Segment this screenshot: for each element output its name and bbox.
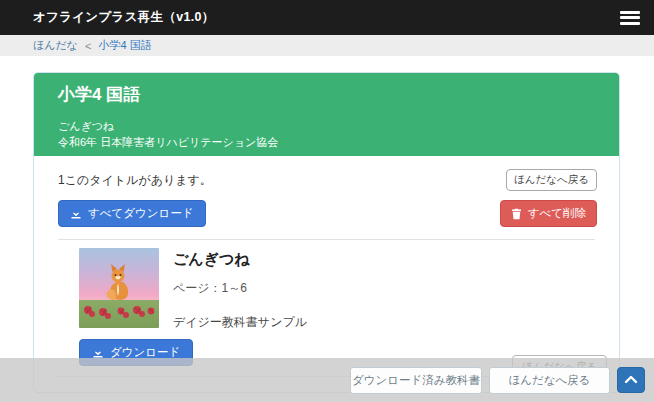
hamburger-menu-icon[interactable] xyxy=(620,11,640,25)
delete-all-button[interactable]: すべて削除 xyxy=(500,200,597,227)
downloaded-textbooks-button[interactable]: ダウンロード済み教科書 xyxy=(350,367,482,394)
breadcrumb: ほんだな < 小学4 国語 xyxy=(0,35,654,56)
book-title: ごんぎつね xyxy=(173,250,307,269)
back-to-bookshelf-button-bottom[interactable]: ほんだなへ戻る xyxy=(489,367,610,394)
book-thumbnail xyxy=(79,248,159,328)
title-count-text: 1このタイトルがあります。 xyxy=(58,172,212,189)
breadcrumb-current-page: 小学4 国語 xyxy=(98,38,151,53)
delete-all-label: すべて削除 xyxy=(528,206,586,221)
book-info: ごんぎつね ページ：1～6 デイジー教科書サンプル xyxy=(173,248,307,331)
panel-toolbar: 1このタイトルがあります。 ほんだなへ戻る すべてダウンロード すべて削除 xyxy=(34,156,619,227)
back-to-bookshelf-button-top[interactable]: ほんだなへ戻る xyxy=(506,169,597,191)
download-icon xyxy=(92,347,104,359)
scroll-to-top-button[interactable] xyxy=(617,367,645,393)
panel-title: 小学4 国語 xyxy=(58,82,595,108)
download-icon xyxy=(70,208,82,220)
title-list-panel: 小学4 国語 ごんぎつね 令和6年 日本障害者リハビリテーション協会 1このタイ… xyxy=(33,72,620,393)
panel-header: 小学4 国語 ごんぎつね 令和6年 日本障害者リハビリテーション協会 xyxy=(34,73,619,156)
panel-subtitle-2: 令和6年 日本障害者リハビリテーション協会 xyxy=(58,134,595,150)
app-title: オフラインプラス再生（v1.0） xyxy=(33,9,214,26)
download-all-label: すべてダウンロード xyxy=(88,206,194,221)
app-header: オフラインプラス再生（v1.0） xyxy=(0,0,654,35)
book-list-item: ごんぎつね ページ：1～6 デイジー教科書サンプル xyxy=(34,240,619,331)
trash-icon xyxy=(511,208,522,220)
panel-subtitle-1: ごんぎつね xyxy=(58,118,595,134)
bottom-navigation-bar: ダウンロード済み教科書 ほんだなへ戻る xyxy=(0,358,654,402)
breadcrumb-separator: < xyxy=(85,40,91,52)
app-window: オフラインプラス再生（v1.0） ほんだな < 小学4 国語 小学4 国語 ごん… xyxy=(0,0,654,402)
download-all-button[interactable]: すべてダウンロード xyxy=(58,200,206,227)
book-description: デイジー教科書サンプル xyxy=(173,314,307,331)
chevron-up-icon xyxy=(624,373,638,388)
book-pages: ページ：1～6 xyxy=(173,280,307,297)
breadcrumb-link-bookshelf[interactable]: ほんだな xyxy=(33,38,78,53)
